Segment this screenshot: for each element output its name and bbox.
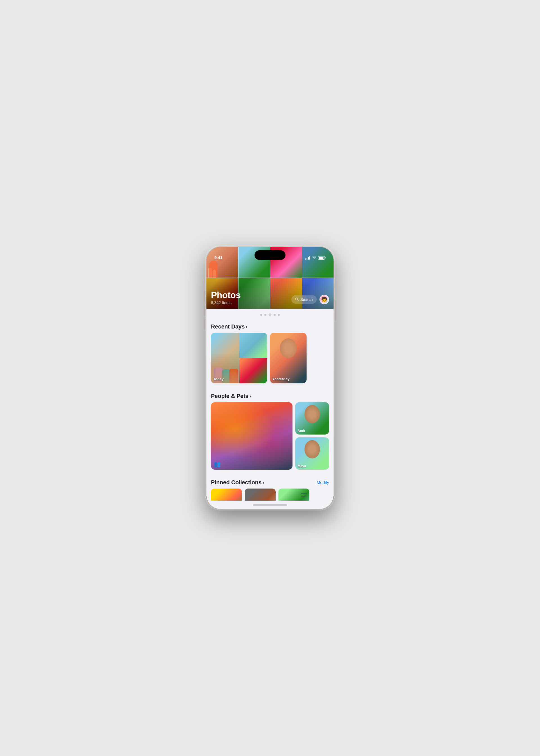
amit-name: Amit: [298, 429, 305, 433]
search-label: Search: [300, 297, 313, 302]
battery-icon: [318, 256, 326, 260]
today-sub-photo-1: [239, 333, 267, 358]
svg-point-0: [296, 298, 298, 300]
pinned-card-flowers[interactable]: [211, 488, 242, 501]
modify-button[interactable]: Modify: [317, 480, 329, 485]
status-time: 9:41: [214, 255, 222, 260]
recent-days-cards: Today Yesterday: [211, 333, 329, 389]
recent-days-title-group[interactable]: Recent Days ›: [211, 323, 247, 330]
pinned-collections-section: Pinned Collections › Modify Meerut Ghaz: [206, 475, 334, 501]
signal-icon: [305, 256, 310, 260]
avatar[interactable]: 🧒: [320, 295, 329, 304]
home-indicator: [206, 501, 334, 509]
people-pets-title: People & Pets: [211, 393, 248, 399]
yesterday-label: Yesterday: [272, 377, 289, 381]
page-dot-4[interactable]: [274, 314, 276, 316]
search-icon: [295, 298, 299, 302]
status-icons: [305, 256, 326, 260]
person-card-maya[interactable]: Maya: [295, 438, 329, 470]
pinned-collections-header: Pinned Collections › Modify: [211, 475, 329, 488]
maya-face: [305, 440, 320, 458]
yesterday-card[interactable]: Yesterday: [270, 333, 307, 383]
phone-inner: 9:41: [206, 247, 334, 509]
page-indicators: ⊞: [206, 309, 334, 319]
pinned-card-shells[interactable]: [245, 488, 276, 501]
phone-frame: 9:41: [205, 246, 335, 510]
people-pets-section: People & Pets › 👥: [206, 389, 334, 475]
dynamic-island: [254, 250, 286, 260]
page-dot-grid[interactable]: ⊞: [269, 313, 271, 317]
recent-days-section: Recent Days ›: [206, 319, 334, 389]
maya-name: Maya: [298, 464, 306, 468]
pinned-card-map[interactable]: Meerut Ghaz: [278, 488, 309, 501]
screen: 9:41: [206, 247, 334, 509]
page-dot-1[interactable]: [260, 314, 262, 316]
svg-line-1: [298, 300, 298, 301]
amit-face: [305, 405, 320, 423]
today-main-photo: [211, 333, 239, 383]
recent-days-title: Recent Days: [211, 323, 245, 330]
pinned-collections-title-group[interactable]: Pinned Collections ›: [211, 479, 264, 486]
page-dot-5[interactable]: [278, 314, 280, 316]
pinned-cards: Meerut Ghaz: [211, 488, 329, 501]
search-button[interactable]: Search: [291, 295, 317, 304]
pinned-collections-chevron: ›: [263, 480, 264, 485]
people-group-photo[interactable]: 👥: [211, 402, 293, 470]
person-card-amit[interactable]: Amit: [295, 402, 329, 435]
scroll-content[interactable]: ⊞ Recent Days ›: [206, 309, 334, 501]
group-icon: 👥: [214, 461, 221, 467]
pinned-collections-title: Pinned Collections: [211, 479, 262, 486]
recent-days-chevron: ›: [246, 324, 247, 329]
map-labels: Meerut Ghaz: [301, 492, 307, 498]
today-sub-photo-2: [239, 358, 267, 383]
header-right: Search 🧒: [291, 295, 329, 304]
page-title: Photos: [211, 290, 240, 300]
people-pets-chevron: ›: [249, 394, 251, 399]
photos-count: 8,342 Items: [211, 301, 240, 305]
yesterday-photo: [270, 333, 307, 383]
page-dot-2[interactable]: [264, 314, 266, 316]
wifi-icon: [312, 256, 317, 260]
today-label: Today: [213, 377, 223, 381]
people-pets-title-group[interactable]: People & Pets ›: [211, 393, 251, 399]
people-side: Amit Maya: [295, 402, 329, 470]
home-bar: [253, 504, 287, 506]
today-card[interactable]: Today: [211, 333, 267, 383]
header-content: Photos 8,342 Items Search: [206, 290, 334, 309]
photos-title-block: Photos 8,342 Items: [211, 290, 240, 305]
recent-days-header: Recent Days ›: [211, 319, 329, 333]
people-pets-header: People & Pets ›: [211, 389, 329, 402]
people-grid: 👥 Amit Maya: [211, 402, 329, 475]
